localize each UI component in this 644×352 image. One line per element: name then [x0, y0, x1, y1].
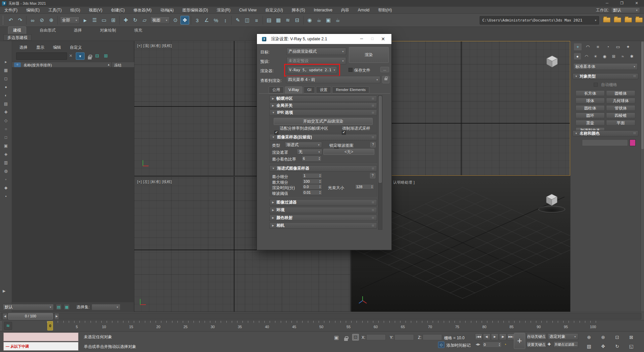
start-ipr-button[interactable]: 开始交互式产品级渲染	[274, 118, 373, 125]
orbit-icon[interactable]: ↻	[610, 342, 624, 350]
environment-rollout[interactable]: ▶环境∷	[269, 207, 377, 213]
menu-内容[interactable]: 内容	[337, 7, 354, 13]
select-by-name-icon[interactable]: ☰	[90, 16, 99, 25]
schematic-view-icon[interactable]: ⊟	[293, 16, 302, 25]
grid-view-icon[interactable]: ▦	[64, 304, 70, 310]
explorer-object-list[interactable]	[12, 68, 134, 302]
undo-icon[interactable]: ↶	[6, 16, 15, 25]
explorer-menu-选择[interactable]: 选择	[19, 45, 28, 50]
sampler-type-dropdown[interactable]: 渐进式	[284, 142, 322, 148]
ray-bundle-field[interactable]: 128	[355, 184, 374, 189]
prev-frame-button[interactable]: ◀|	[483, 334, 490, 340]
dialog-close-button[interactable]: ✕	[378, 36, 388, 42]
dialog-tab-Render Elements[interactable]: Render Elements	[332, 86, 369, 93]
create-管状体-button[interactable]: 管状体	[606, 105, 635, 111]
key-mode-toggle-icon[interactable]: ◔	[504, 342, 506, 347]
fit-resolution-checkbox[interactable]	[274, 131, 278, 135]
explorer-toolbar-icon[interactable]: ◆	[2, 184, 10, 191]
dialog-maximize-button[interactable]: □	[367, 36, 378, 42]
global-switches-rollout[interactable]: ▶全局开关∷	[269, 102, 377, 109]
curve-editor-icon[interactable]: ≋	[283, 16, 292, 25]
viewport-left-label[interactable]: [+] [左] [标准] [线框]	[137, 179, 172, 184]
explorer-toolbar-icon[interactable]: □	[2, 134, 10, 141]
save-file-browse-button[interactable]: ...	[380, 67, 389, 72]
explorer-toolbar-icon[interactable]: ▣	[2, 142, 10, 149]
play-button[interactable]: ▶	[491, 334, 498, 340]
render-time-field[interactable]: 0.0	[302, 184, 322, 189]
listener-field[interactable]: — 从以下中调	[3, 342, 78, 351]
explorer-column-header[interactable]: ○ 名称(按升序排序) ▲ 冻结	[12, 62, 134, 68]
explorer-toolbar-icon[interactable]: ◐	[2, 92, 10, 99]
macro-recorder-field[interactable]	[3, 333, 78, 341]
select-scale-icon[interactable]: ▱	[140, 16, 149, 25]
use-pivot-center-icon[interactable]: ⊙	[171, 16, 180, 25]
object-color-swatch[interactable]	[630, 139, 636, 146]
explorer-menu-编辑[interactable]: 编辑	[53, 45, 61, 50]
next-frame-button[interactable]: |▶	[499, 334, 506, 340]
pan-icon[interactable]: ✥	[596, 342, 610, 350]
clear-search-icon[interactable]: ✕	[69, 53, 72, 58]
time-slider-handle[interactable]: 0 / 100	[8, 313, 53, 319]
camera-rollout[interactable]: ▶相机∷	[269, 222, 377, 229]
angle-snap-icon[interactable]: ∠	[202, 16, 211, 25]
trackbar-drag-handle[interactable]	[1, 321, 2, 331]
freeze-column-label[interactable]: 冻结	[114, 63, 121, 68]
prev-frame-arrow[interactable]: ◀	[3, 313, 7, 319]
edit-named-selections-icon[interactable]: ✎	[233, 16, 242, 25]
ribbon-tab-自由形式[interactable]: 自由形式	[35, 27, 60, 34]
menu-视图(V)[interactable]: 视图(V)	[85, 7, 107, 13]
set-key-button[interactable]: 设置关键点	[527, 341, 546, 348]
helpers-category-icon[interactable]: ⊞	[610, 53, 617, 59]
snap-toggle-3d-icon[interactable]: 3	[193, 16, 202, 25]
create-球体-button[interactable]: 球体	[576, 98, 605, 103]
explorer-toolbar-icon[interactable]: ◈	[2, 150, 10, 158]
create-几何球体-button[interactable]: 几何球体	[606, 98, 635, 103]
ribbon-minimize-icon[interactable]: ⊞ ▾	[167, 9, 172, 12]
current-frame-field[interactable]: 0	[482, 342, 502, 348]
explorer-menu-自定义[interactable]: 自定义	[70, 45, 82, 50]
time-tag-icon[interactable]: ◇	[438, 342, 444, 348]
window-crossing-icon[interactable]: ⊞	[109, 16, 118, 25]
ribbon-tab-选择[interactable]: 选择	[69, 27, 87, 34]
mini-curve-editor-icon[interactable]: ≋	[4, 322, 12, 330]
select-rotate-icon[interactable]: ↻	[131, 16, 140, 25]
next-frame-arrow[interactable]: ▶	[54, 313, 59, 319]
menu-修改器(M)[interactable]: 修改器(M)	[129, 7, 156, 13]
target-dropdown[interactable]: 产品级渲染模式	[286, 48, 346, 55]
collapse-tree-icon[interactable]: ⊞	[104, 53, 108, 58]
display-tab-icon[interactable]: ▭	[614, 43, 622, 50]
dialog-tab-GI[interactable]: GI	[304, 86, 315, 93]
create-茶壶-button[interactable]: 茶壶	[576, 120, 605, 126]
zoom-region-icon[interactable]: ▧	[582, 342, 596, 350]
selection-lock-icon[interactable]	[344, 338, 348, 341]
create-圆锥体-button[interactable]: 圆锥体	[606, 90, 635, 96]
explorer-search-input[interactable]	[16, 52, 67, 60]
max-subdivs-field[interactable]: 100	[302, 179, 322, 184]
ipr-options-rollout[interactable]: ▼IPR 选项∷	[269, 109, 377, 116]
explorer-toolbar-icon[interactable]: ◍	[2, 167, 10, 175]
progressive-help-button[interactable]: ?	[370, 173, 375, 178]
workspace-dropdown[interactable]: 默认	[611, 7, 640, 13]
create-长方体-button[interactable]: 长方体	[576, 90, 605, 96]
go-to-end-button[interactable]: ▶▶|	[507, 334, 515, 340]
ribbon-toggle-icon[interactable]: ▦	[274, 16, 283, 25]
spacewarps-category-icon[interactable]: ≈	[619, 53, 626, 59]
maximize-viewport-icon[interactable]: ◱	[625, 342, 638, 350]
add-time-tag-label[interactable]: 添加时间标记	[446, 343, 471, 348]
min-shading-rate-field[interactable]: 6	[302, 156, 322, 162]
color-mapping-rollout[interactable]: ▶颜色映射∷	[269, 215, 377, 221]
redo-icon[interactable]: ↷	[16, 16, 24, 25]
progressive-sampler-rollout[interactable]: ▼渐进式图像采样器∷	[269, 165, 377, 172]
noise-threshold-field[interactable]: 0.01	[302, 190, 322, 195]
name-color-rollout-header[interactable]: ▼名称和颜色∷	[573, 130, 638, 136]
ribbon-tab-建模[interactable]: 建模	[8, 27, 26, 34]
select-link-icon[interactable]: ∞	[28, 16, 37, 25]
select-move-icon[interactable]: ✚	[121, 16, 130, 25]
percent-snap-icon[interactable]: %	[212, 16, 220, 25]
ribbon-tab-对象绘制[interactable]: 对象绘制	[95, 27, 121, 34]
auto-key-button[interactable]: 自动关键点	[527, 333, 546, 340]
dialog-title-bar[interactable]: 3 渲染设置: V-Ray 5, update 2.1 ─ □ ✕	[257, 34, 391, 44]
dialog-scrollbar[interactable]	[378, 95, 382, 230]
menu-图形编辑器(D)[interactable]: 图形编辑器(D)	[178, 7, 213, 13]
folder-structure-icon[interactable]	[625, 17, 632, 23]
